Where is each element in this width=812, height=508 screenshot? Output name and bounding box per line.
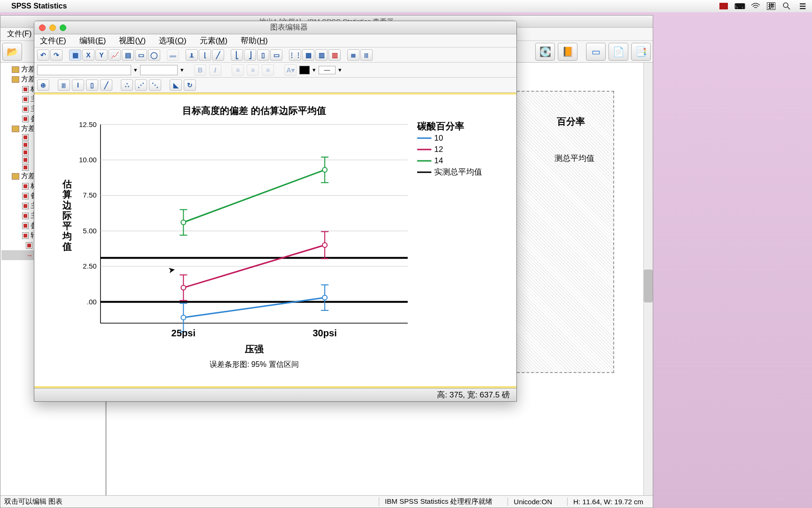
colorbars-icon[interactable]: ▥	[328, 49, 341, 61]
box-r-icon[interactable]: ⎦	[244, 49, 256, 61]
align-center-icon[interactable]: ≡	[247, 64, 259, 76]
maximize-icon[interactable]	[60, 24, 66, 31]
page-icon	[22, 116, 29, 122]
data-point[interactable]	[322, 295, 327, 300]
y-tick: 7.50	[83, 191, 96, 199]
x-letter-icon[interactable]: X	[82, 49, 94, 61]
ce-menu-0[interactable]: 文件(F)	[40, 35, 66, 46]
legend-title[interactable]: 碳酸百分率	[417, 121, 464, 131]
select-icon[interactable]: ▭	[135, 49, 147, 61]
page-icon	[22, 213, 29, 219]
scatter2-icon[interactable]: ⋰	[135, 79, 147, 91]
grid-icon[interactable]: ▤	[122, 49, 134, 61]
tool-book-icon[interactable]: 📙	[558, 43, 578, 61]
tool-window-icon[interactable]: ▭	[586, 43, 606, 61]
legend-label[interactable]: 实测总平均值	[434, 167, 482, 176]
y-tick: 5.00	[83, 227, 96, 235]
target-icon[interactable]: ⊕	[37, 79, 49, 91]
line-type-icon[interactable]: ╱	[100, 79, 112, 91]
close-icon[interactable]	[39, 24, 46, 31]
status-dimensions: H: 11.64, W: 19.72 cm	[567, 498, 649, 506]
box-wide-icon[interactable]: ▭	[270, 49, 282, 61]
area-icon[interactable]: ◣	[170, 79, 182, 91]
grid2-icon[interactable]: ▦	[302, 49, 314, 61]
font-combo-chevron-icon[interactable]: ▾	[134, 66, 137, 73]
page-icon	[22, 142, 29, 148]
line-style-swatch[interactable]: —	[319, 66, 336, 74]
open-button[interactable]: 📂	[2, 43, 22, 61]
minimize-icon[interactable]	[49, 24, 56, 31]
data-point[interactable]	[322, 167, 327, 172]
page-icon	[22, 149, 29, 156]
series-line[interactable]	[183, 298, 325, 318]
scatter1-icon[interactable]: ∴	[121, 79, 133, 91]
size-combo-chevron-icon[interactable]: ▾	[180, 66, 184, 73]
x-axis-label[interactable]: 压强	[244, 344, 264, 354]
ce-menu-2[interactable]: 视图(V)	[119, 35, 146, 46]
align-right-icon[interactable]: ≡	[262, 64, 274, 76]
canvas-top-highlight	[34, 93, 516, 95]
box-l-icon[interactable]: ⎣	[231, 49, 243, 61]
series-line[interactable]	[183, 170, 325, 222]
data-point[interactable]	[181, 315, 186, 320]
x-tool-icon[interactable]: ▦	[69, 49, 81, 61]
line-chevron-icon[interactable]: ▾	[338, 66, 342, 73]
input-method-icon[interactable]: 拼	[767, 2, 775, 10]
status-icon-1[interactable]	[719, 2, 728, 10]
status-hint: 双击可以编辑 图表	[4, 497, 62, 506]
scrollbar-thumb[interactable]	[644, 270, 653, 302]
lasso-icon[interactable]: ◯	[148, 49, 160, 61]
box-type-icon[interactable]: ▯	[86, 79, 98, 91]
menu-list-icon[interactable]: ☰	[798, 2, 807, 10]
errbar-type-icon[interactable]: I	[72, 79, 84, 91]
refresh-icon[interactable]: ↻	[184, 79, 196, 91]
y-axis-label[interactable]: 估算边际平均值	[62, 179, 72, 252]
font-family-combo[interactable]	[37, 65, 131, 75]
align-left-icon[interactable]: ≡	[232, 64, 244, 76]
content-scrollbar[interactable]	[643, 63, 653, 495]
sort-icon[interactable]: ≣	[347, 49, 359, 61]
italic-icon[interactable]: I	[209, 64, 221, 76]
font-size-combo[interactable]	[140, 65, 178, 75]
bold-icon[interactable]: B	[194, 64, 206, 76]
font-color-icon[interactable]: A▾	[284, 64, 297, 76]
scatter3-icon[interactable]: ⋱	[149, 79, 161, 91]
ce-menu-1[interactable]: 编辑(E)	[79, 35, 106, 46]
fill-color-swatch[interactable]	[299, 66, 310, 74]
chart-editor-titlebar[interactable]: 图表编辑器	[34, 21, 516, 34]
tool-disk-icon[interactable]: 💽	[535, 43, 555, 61]
profile-plot[interactable]: 目标高度的偏差 的估算边际平均值.002.505.007.5010.0012.5…	[39, 95, 512, 385]
chart-title[interactable]: 目标高度的偏差 的估算边际平均值	[182, 105, 326, 116]
page-icon	[26, 242, 32, 249]
data-point[interactable]	[322, 243, 327, 247]
wifi-icon[interactable]	[751, 2, 760, 10]
fill-chevron-icon[interactable]: ▾	[312, 66, 316, 73]
app-name[interactable]: SPSS Statistics	[11, 2, 67, 10]
chart-canvas[interactable]: 目标高度的偏差 的估算边际平均值.002.505.007.5010.0012.5…	[34, 93, 516, 388]
bar-v-icon[interactable]: ⫫	[186, 49, 198, 61]
legend-label[interactable]: 10	[434, 134, 443, 143]
trend-icon[interactable]: 📈	[109, 49, 121, 61]
tool-doc2-icon[interactable]: 📑	[631, 43, 651, 61]
redo-icon[interactable]: ↷	[50, 49, 62, 61]
keyboard-icon[interactable]: ⌨	[735, 2, 744, 10]
grid1-icon[interactable]: ⋮⋮	[289, 49, 301, 61]
data-point[interactable]	[181, 220, 186, 225]
ce-menu-3[interactable]: 选项(O)	[159, 35, 187, 46]
hist-icon[interactable]: ⫼	[360, 49, 373, 61]
legend-label[interactable]: 12	[434, 145, 443, 154]
ce-menu-5[interactable]: 帮助(H)	[241, 35, 268, 46]
line-icon[interactable]: ╱	[212, 49, 224, 61]
viewer-menu-file[interactable]: 文件(F)	[7, 29, 31, 39]
axis-l-icon[interactable]: ⌊	[199, 49, 211, 61]
y-letter-icon[interactable]: Y	[95, 49, 108, 61]
undo-icon[interactable]: ↶	[37, 49, 49, 61]
spotlight-icon[interactable]	[782, 2, 791, 10]
bar-type-icon[interactable]: ⫼	[58, 79, 70, 91]
bars-icon[interactable]: ▥	[315, 49, 328, 61]
legend-label[interactable]: 14	[434, 156, 443, 165]
tool-doc1-icon[interactable]: 📄	[609, 43, 628, 61]
box-c-icon[interactable]: ▯	[257, 49, 269, 61]
data-point[interactable]	[181, 286, 186, 290]
ce-menu-4[interactable]: 元素(M)	[200, 35, 228, 46]
